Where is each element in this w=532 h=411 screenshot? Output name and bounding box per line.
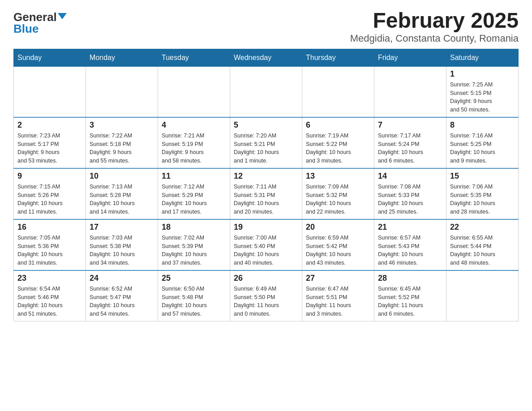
day-info: Sunrise: 7:16 AM Sunset: 5:25 PM Dayligh… [450,132,515,165]
day-info: Sunrise: 6:52 AM Sunset: 5:47 PM Dayligh… [90,285,154,318]
day-info: Sunrise: 7:05 AM Sunset: 5:36 PM Dayligh… [17,234,82,267]
day-info: Sunrise: 6:59 AM Sunset: 5:42 PM Dayligh… [306,234,370,267]
calendar-cell: 17Sunrise: 7:03 AM Sunset: 5:38 PM Dayli… [86,219,158,270]
day-number: 17 [90,223,154,232]
day-number: 12 [234,171,298,181]
day-number: 15 [450,171,515,181]
day-info: Sunrise: 7:17 AM Sunset: 5:24 PM Dayligh… [378,132,442,165]
calendar-cell: 23Sunrise: 6:54 AM Sunset: 5:46 PM Dayli… [14,270,86,321]
calendar-cell: 3Sunrise: 7:22 AM Sunset: 5:18 PM Daylig… [86,117,158,168]
calendar-cell: 20Sunrise: 6:59 AM Sunset: 5:42 PM Dayli… [302,219,374,270]
calendar-table: SundayMondayTuesdayWednesdayThursdayFrid… [13,49,519,321]
day-info: Sunrise: 6:50 AM Sunset: 5:48 PM Dayligh… [162,285,226,318]
calendar-cell: 4Sunrise: 7:21 AM Sunset: 5:19 PM Daylig… [158,117,230,168]
calendar-cell: 19Sunrise: 7:00 AM Sunset: 5:40 PM Dayli… [230,219,302,270]
day-info: Sunrise: 7:15 AM Sunset: 5:26 PM Dayligh… [17,183,82,216]
calendar-cell: 1Sunrise: 7:25 AM Sunset: 5:15 PM Daylig… [446,66,519,117]
calendar-cell: 2Sunrise: 7:23 AM Sunset: 5:17 PM Daylig… [14,117,86,168]
day-info: Sunrise: 7:08 AM Sunset: 5:33 PM Dayligh… [378,183,442,216]
calendar-cell [374,66,446,117]
day-info: Sunrise: 7:22 AM Sunset: 5:18 PM Dayligh… [90,132,154,165]
calendar-cell [302,66,374,117]
calendar-cell [446,270,519,321]
calendar-cell: 28Sunrise: 6:45 AM Sunset: 5:52 PM Dayli… [374,270,446,321]
day-info: Sunrise: 6:57 AM Sunset: 5:43 PM Dayligh… [378,234,442,267]
calendar-cell: 5Sunrise: 7:20 AM Sunset: 5:21 PM Daylig… [230,117,302,168]
week-row-1: 1Sunrise: 7:25 AM Sunset: 5:15 PM Daylig… [14,66,519,117]
calendar-title: February 2025 [350,9,519,33]
day-info: Sunrise: 7:03 AM Sunset: 5:38 PM Dayligh… [90,234,154,267]
day-info: Sunrise: 7:21 AM Sunset: 5:19 PM Dayligh… [162,132,226,165]
calendar-subtitle: Medgidia, Constanta County, Romania [350,33,519,44]
day-info: Sunrise: 7:23 AM Sunset: 5:17 PM Dayligh… [17,132,82,165]
day-info: Sunrise: 7:00 AM Sunset: 5:40 PM Dayligh… [234,234,298,267]
logo: General Blue [13,9,67,34]
day-number: 3 [90,120,154,130]
column-header-wednesday: Wednesday [230,49,302,66]
calendar-cell: 7Sunrise: 7:17 AM Sunset: 5:24 PM Daylig… [374,117,446,168]
calendar-cell: 18Sunrise: 7:02 AM Sunset: 5:39 PM Dayli… [158,219,230,270]
column-header-saturday: Saturday [446,49,519,66]
calendar-cell [14,66,86,117]
day-number: 16 [17,223,82,232]
day-number: 18 [162,223,226,232]
calendar-cell: 11Sunrise: 7:12 AM Sunset: 5:29 PM Dayli… [158,168,230,219]
calendar-header-row: SundayMondayTuesdayWednesdayThursdayFrid… [14,49,519,66]
day-info: Sunrise: 7:02 AM Sunset: 5:39 PM Dayligh… [162,234,226,267]
week-row-5: 23Sunrise: 6:54 AM Sunset: 5:46 PM Dayli… [14,270,519,321]
day-info: Sunrise: 6:49 AM Sunset: 5:50 PM Dayligh… [234,285,298,318]
day-number: 24 [90,274,154,283]
week-row-3: 9Sunrise: 7:15 AM Sunset: 5:26 PM Daylig… [14,168,519,219]
day-info: Sunrise: 7:19 AM Sunset: 5:22 PM Dayligh… [306,132,370,165]
page-header: General Blue February 2025 Medgidia, Con… [13,9,519,44]
calendar-cell [158,66,230,117]
logo-blue-text: Blue [13,23,39,34]
day-number: 5 [234,120,298,130]
day-info: Sunrise: 7:25 AM Sunset: 5:15 PM Dayligh… [450,81,515,114]
day-number: 22 [450,223,515,232]
calendar-cell: 14Sunrise: 7:08 AM Sunset: 5:33 PM Dayli… [374,168,446,219]
column-header-sunday: Sunday [14,49,86,66]
day-info: Sunrise: 7:09 AM Sunset: 5:32 PM Dayligh… [306,183,370,216]
day-number: 25 [162,274,226,283]
day-info: Sunrise: 7:13 AM Sunset: 5:28 PM Dayligh… [90,183,154,216]
calendar-cell: 13Sunrise: 7:09 AM Sunset: 5:32 PM Dayli… [302,168,374,219]
logo-general-text: General [13,11,57,23]
calendar-cell: 21Sunrise: 6:57 AM Sunset: 5:43 PM Dayli… [374,219,446,270]
calendar-cell [86,66,158,117]
day-number: 4 [162,120,226,130]
day-number: 19 [234,223,298,232]
column-header-thursday: Thursday [302,49,374,66]
day-number: 27 [306,274,370,283]
calendar-cell: 15Sunrise: 7:06 AM Sunset: 5:35 PM Dayli… [446,168,519,219]
day-number: 2 [17,120,82,130]
day-info: Sunrise: 7:11 AM Sunset: 5:31 PM Dayligh… [234,183,298,216]
week-row-2: 2Sunrise: 7:23 AM Sunset: 5:17 PM Daylig… [14,117,519,168]
day-number: 9 [17,171,82,181]
calendar-cell: 27Sunrise: 6:47 AM Sunset: 5:51 PM Dayli… [302,270,374,321]
calendar-cell [230,66,302,117]
day-number: 13 [306,171,370,181]
day-number: 6 [306,120,370,130]
day-number: 26 [234,274,298,283]
day-info: Sunrise: 6:47 AM Sunset: 5:51 PM Dayligh… [306,285,370,318]
day-number: 7 [378,120,442,130]
title-block: February 2025 Medgidia, Constanta County… [350,9,519,44]
day-info: Sunrise: 6:55 AM Sunset: 5:44 PM Dayligh… [450,234,515,267]
column-header-tuesday: Tuesday [158,49,230,66]
calendar-cell: 8Sunrise: 7:16 AM Sunset: 5:25 PM Daylig… [446,117,519,168]
day-number: 21 [378,223,442,232]
day-info: Sunrise: 7:12 AM Sunset: 5:29 PM Dayligh… [162,183,226,216]
calendar-cell: 25Sunrise: 6:50 AM Sunset: 5:48 PM Dayli… [158,270,230,321]
calendar-cell: 9Sunrise: 7:15 AM Sunset: 5:26 PM Daylig… [14,168,86,219]
calendar-cell: 24Sunrise: 6:52 AM Sunset: 5:47 PM Dayli… [86,270,158,321]
day-number: 23 [17,274,82,283]
day-number: 10 [90,171,154,181]
column-header-monday: Monday [86,49,158,66]
day-info: Sunrise: 7:06 AM Sunset: 5:35 PM Dayligh… [450,183,515,216]
calendar-cell: 26Sunrise: 6:49 AM Sunset: 5:50 PM Dayli… [230,270,302,321]
day-number: 14 [378,171,442,181]
calendar-cell: 22Sunrise: 6:55 AM Sunset: 5:44 PM Dayli… [446,219,519,270]
day-info: Sunrise: 6:54 AM Sunset: 5:46 PM Dayligh… [17,285,82,318]
calendar-cell: 6Sunrise: 7:19 AM Sunset: 5:22 PM Daylig… [302,117,374,168]
